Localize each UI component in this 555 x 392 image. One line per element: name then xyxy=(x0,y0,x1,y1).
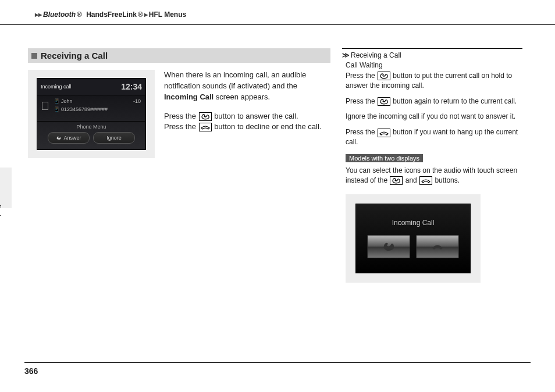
hangup-icon xyxy=(378,129,390,137)
touch-decline-button[interactable] xyxy=(416,235,459,258)
page-number: 366 xyxy=(24,366,38,376)
hangup-icon xyxy=(419,176,432,185)
p2a: Press the xyxy=(164,112,198,120)
signal: -10 xyxy=(133,98,141,106)
touch-screen: Incoming Call xyxy=(355,204,471,273)
dash-clock: 12:34 xyxy=(121,82,142,91)
pickup-icon xyxy=(199,112,212,121)
screenshot-incoming-dash: Incoming call 12:34 📱 John 📱 0123456789#… xyxy=(28,70,155,158)
reg2: ® xyxy=(138,10,143,19)
sidebar-head: ≫Receiving a Call xyxy=(342,48,522,60)
side-tab: Features xyxy=(0,168,12,208)
section-title: Receiving a Call xyxy=(41,51,108,60)
dash-status: Incoming call xyxy=(41,84,72,90)
p3b: button to decline or end the call. xyxy=(212,122,322,131)
pickup-icon xyxy=(390,176,403,185)
side-p1: Press the button to put the current call… xyxy=(342,70,522,95)
pickup-icon xyxy=(378,72,390,80)
touch-title: Incoming Call xyxy=(392,219,435,227)
section-heading: Receiving a Call xyxy=(28,48,330,63)
phone-icon xyxy=(42,102,48,110)
tri-icon: ▶▶ xyxy=(35,12,42,17)
p1a: When there is an incoming call, an audib… xyxy=(164,70,306,90)
side-p5: You can select the icons on the audio wi… xyxy=(342,165,522,190)
dash-screen: Incoming call 12:34 📱 John 📱 0123456789#… xyxy=(37,78,146,150)
screenshot-touch: Incoming Call xyxy=(346,194,481,283)
reg: ® xyxy=(77,10,82,19)
caller-name: 📱 John xyxy=(54,98,73,104)
side-p4: Press the button if you want to hang up … xyxy=(342,126,522,152)
pickup-icon xyxy=(378,97,390,106)
breadcrumb-b: HandsFreeLink xyxy=(86,10,137,19)
dash-ignore-button[interactable]: Ignore xyxy=(93,132,135,144)
breadcrumb-c: HFL Menus xyxy=(149,10,186,19)
footer-rule xyxy=(24,362,531,363)
p2b: button to answer the call. xyxy=(212,112,298,120)
side-tab-label: Features xyxy=(0,205,2,227)
breadcrumb: ▶▶ Bluetooth® HandsFreeLink® ▶ HFL Menus xyxy=(0,0,555,25)
dash-answer-button[interactable]: Answer xyxy=(48,132,90,144)
info-mark-icon: ≫ xyxy=(342,51,350,59)
sidebar-title: Receiving a Call xyxy=(351,51,401,59)
main-text: When there is an incoming call, an audib… xyxy=(164,70,330,133)
breadcrumb-a: Bluetooth xyxy=(43,10,76,19)
touch-answer-button[interactable] xyxy=(367,235,410,258)
dash-menu-label: Phone Menu xyxy=(37,124,145,130)
side-p3: Ignore the incoming call if you do not w… xyxy=(342,111,522,126)
caller-number: 📱 0123456789###### xyxy=(54,106,108,112)
square-icon xyxy=(31,53,37,59)
tri-icon: ▶ xyxy=(144,12,148,17)
p1b: screen appears. xyxy=(214,92,270,101)
models-badge: Models with two displays xyxy=(346,154,423,162)
hangup-icon xyxy=(199,123,212,131)
p3a: Press the xyxy=(164,122,198,131)
p1bold: Incoming Call xyxy=(164,92,214,101)
side-p2: Press the button again to return to the … xyxy=(342,95,522,111)
call-waiting-label: Call Waiting xyxy=(342,60,522,70)
